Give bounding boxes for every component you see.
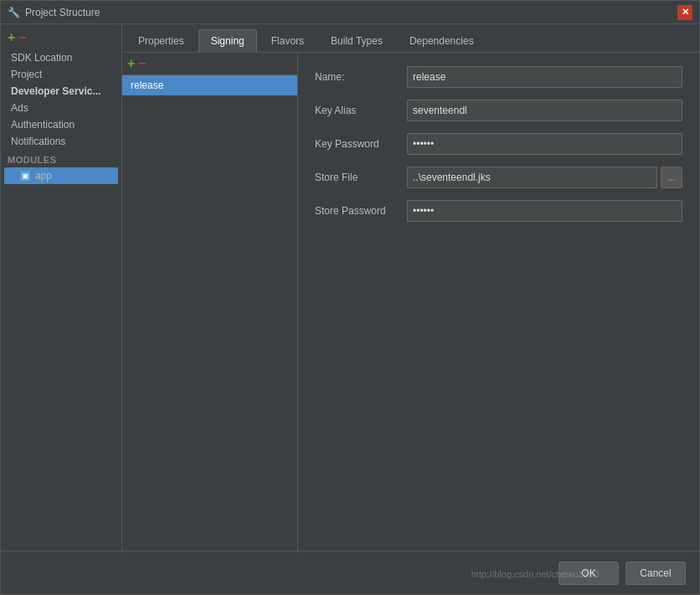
window-title: Project Structure [25, 7, 100, 18]
titlebar-left: 🔧 Project Structure [8, 7, 100, 18]
signing-list-item-release[interactable]: release [122, 75, 297, 95]
key-password-label: Key Password [315, 138, 407, 150]
sidebar-item-sdk-location[interactable]: SDK Location [1, 49, 121, 66]
signing-list-panel: + − release [122, 53, 298, 551]
tab-build-types[interactable]: Build Types [318, 29, 395, 52]
sidebar-item-authentication[interactable]: Authentication [1, 116, 121, 133]
sidebar-remove-button[interactable]: − [18, 31, 26, 44]
signing-add-button[interactable]: + [127, 56, 135, 71]
tab-signing[interactable]: Signing [198, 29, 257, 53]
name-label: Name: [315, 71, 407, 83]
tabs-bar: Properties Signing Flavors Build Types D… [122, 24, 699, 53]
sidebar-item-notifications[interactable]: Notifications [1, 133, 121, 150]
store-password-label: Store Password [315, 205, 407, 217]
modules-header: Modules [1, 150, 121, 167]
key-alias-input[interactable] [407, 100, 682, 121]
titlebar: 🔧 Project Structure ✕ [1, 1, 699, 24]
sidebar-add-button[interactable]: + [8, 31, 15, 44]
close-button[interactable]: ✕ [677, 5, 692, 20]
form-row-store-file: Store File ... [315, 167, 682, 188]
module-icon: ▣ [19, 170, 31, 182]
signing-form-panel: Name: Key Alias Key Password Store File [298, 53, 699, 551]
sidebar-item-project[interactable]: Project [1, 66, 121, 83]
window-icon: 🔧 [8, 7, 20, 18]
key-alias-label: Key Alias [315, 105, 407, 116]
sidebar-item-app[interactable]: ▣ app [4, 167, 118, 184]
name-input[interactable] [407, 66, 682, 88]
tab-dependencies[interactable]: Dependencies [397, 29, 486, 52]
bottom-bar: http://blog.csdn.net/chewu1590 OK Cancel [1, 551, 699, 594]
store-file-input[interactable] [407, 167, 657, 188]
cancel-button[interactable]: Cancel [625, 562, 686, 585]
store-file-label: Store File [315, 172, 407, 183]
form-row-key-alias: Key Alias [315, 100, 682, 121]
signing-list: release [122, 75, 297, 551]
form-row-key-password: Key Password [315, 133, 682, 155]
right-panel: Properties Signing Flavors Build Types D… [122, 24, 699, 551]
signing-panel: + − release Name: [122, 53, 699, 551]
watermark: http://blog.csdn.net/chewu1590 [471, 569, 599, 579]
store-password-input[interactable] [407, 200, 682, 222]
content-area: + − SDK Location Project Developer Servi… [1, 24, 699, 551]
sidebar-toolbar: + − [1, 28, 121, 49]
sidebar-item-developer-services[interactable]: Developer Servic... [1, 83, 121, 100]
browse-button[interactable]: ... [661, 167, 682, 188]
tab-properties[interactable]: Properties [126, 29, 197, 52]
key-password-input[interactable] [407, 133, 682, 155]
store-file-input-group: ... [407, 167, 682, 188]
signing-remove-button[interactable]: − [138, 56, 146, 71]
form-row-name: Name: [315, 66, 682, 88]
project-structure-window: 🔧 Project Structure ✕ + − SDK Location P… [0, 0, 700, 595]
sidebar: + − SDK Location Project Developer Servi… [1, 24, 122, 551]
tab-flavors[interactable]: Flavors [259, 29, 317, 52]
form-row-store-password: Store Password [315, 200, 682, 222]
signing-list-toolbar: + − [122, 53, 297, 75]
sidebar-item-ads[interactable]: Ads [1, 100, 121, 116]
